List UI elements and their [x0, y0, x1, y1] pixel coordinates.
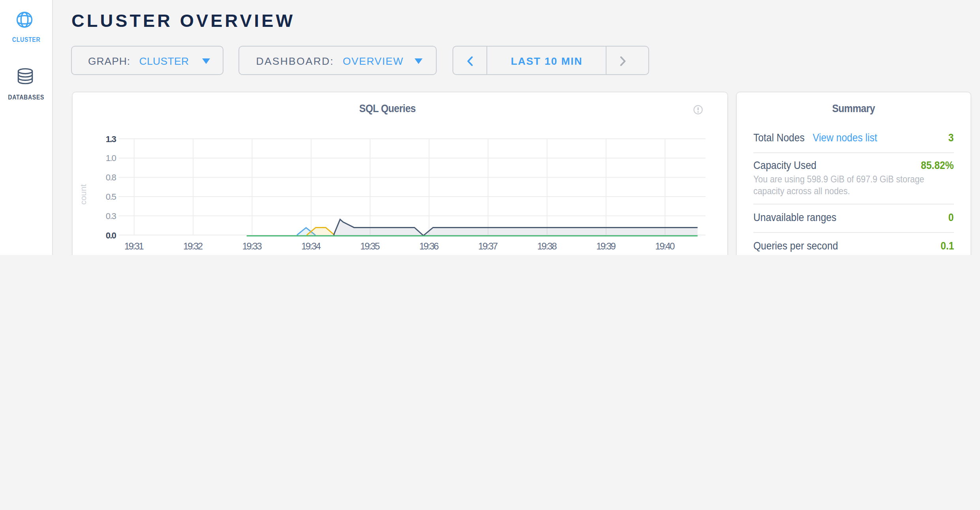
svg-text:0.8: 0.8	[105, 172, 116, 182]
svg-text:19:33: 19:33	[242, 241, 262, 251]
svg-text:19:31: 19:31	[124, 241, 144, 251]
svg-text:0.5: 0.5	[105, 192, 116, 202]
svg-text:count: count	[78, 184, 87, 204]
svg-text:19:35: 19:35	[360, 241, 379, 251]
svg-text:19:37: 19:37	[478, 241, 498, 251]
svg-text:19:32: 19:32	[183, 241, 203, 251]
svg-text:1.3: 1.3	[105, 134, 116, 144]
svg-text:0.3: 0.3	[105, 211, 116, 221]
svg-text:19:38: 19:38	[537, 241, 557, 251]
svg-text:1.0: 1.0	[105, 153, 116, 163]
svg-text:19:34: 19:34	[301, 241, 321, 251]
svg-text:19:36: 19:36	[419, 241, 439, 251]
svg-text:19:39: 19:39	[596, 241, 616, 251]
svg-text:0.0: 0.0	[105, 231, 116, 240]
svg-text:19:40: 19:40	[655, 241, 674, 251]
